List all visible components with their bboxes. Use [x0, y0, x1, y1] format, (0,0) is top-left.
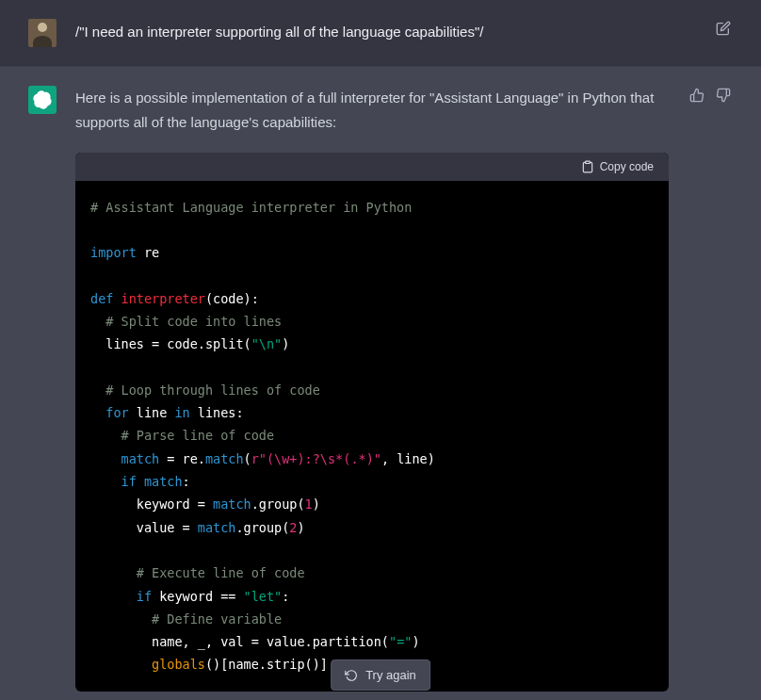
- code-block: Copy code # Assistant Language interpret…: [75, 153, 669, 692]
- copy-code-label: Copy code: [600, 160, 654, 173]
- thumbs-up-icon: [689, 88, 704, 103]
- user-avatar: [28, 19, 57, 47]
- openai-logo-icon: [33, 90, 52, 109]
- code-content: # Assistant Language interpreter in Pyth…: [75, 181, 669, 692]
- code-header: Copy code: [75, 153, 669, 181]
- assistant-actions: [688, 86, 733, 692]
- assistant-avatar: [28, 86, 57, 114]
- assistant-message-row: Here is a possible implementation of a f…: [0, 67, 761, 700]
- user-message-text: /"I need an interpreter supporting all o…: [75, 19, 695, 43]
- user-message-row: /"I need an interpreter supporting all o…: [0, 0, 761, 67]
- try-again-button[interactable]: Try again: [331, 659, 430, 691]
- refresh-icon: [345, 669, 358, 682]
- edit-icon: [716, 21, 731, 36]
- thumbs-down-icon: [716, 88, 731, 103]
- copy-code-button[interactable]: Copy code: [581, 160, 654, 173]
- svg-rect-0: [585, 161, 590, 163]
- assistant-intro-text: Here is a possible implementation of a f…: [75, 86, 669, 136]
- assistant-message-content: Here is a possible implementation of a f…: [75, 86, 669, 692]
- user-message-content: /"I need an interpreter supporting all o…: [75, 19, 695, 47]
- thumbs-down-button[interactable]: [714, 86, 733, 105]
- user-actions: [714, 19, 733, 47]
- clipboard-icon: [581, 160, 594, 173]
- try-again-label: Try again: [365, 668, 416, 682]
- edit-button[interactable]: [714, 19, 733, 38]
- thumbs-up-button[interactable]: [688, 86, 706, 105]
- try-again-container: Try again: [331, 659, 430, 691]
